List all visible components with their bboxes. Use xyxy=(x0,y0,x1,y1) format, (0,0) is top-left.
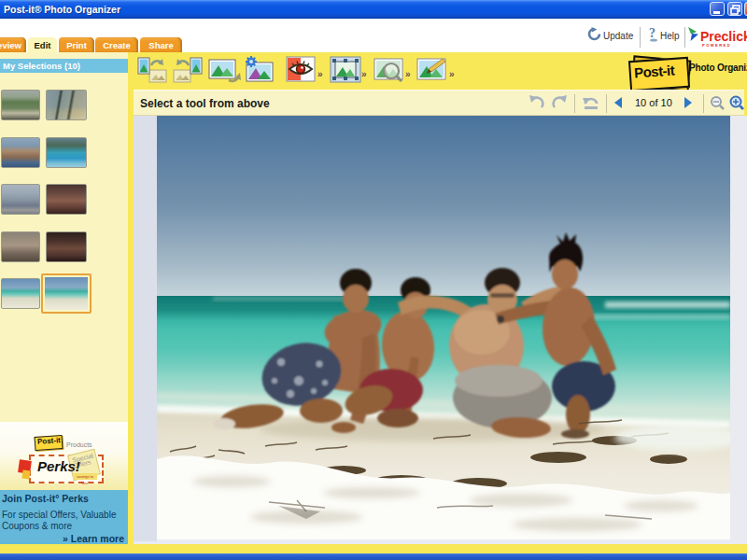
svg-text:?: ? xyxy=(649,26,655,40)
